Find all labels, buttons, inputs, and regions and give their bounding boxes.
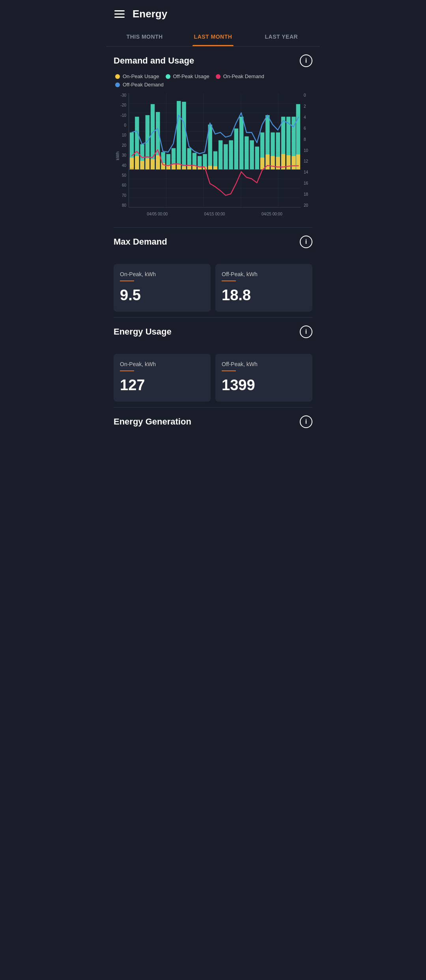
- legend-off-peak-demand: Off-Peak Demand: [115, 82, 164, 88]
- off-peak-usage-dot: [166, 74, 170, 79]
- svg-rect-26: [182, 102, 186, 169]
- energy-generation-header: Energy Generation i: [114, 415, 312, 428]
- energy-usage-on-peak-value: 127: [120, 377, 145, 394]
- svg-rect-36: [234, 129, 238, 170]
- legend-on-peak-usage: On-Peak Usage: [115, 73, 159, 79]
- chart-legend: On-Peak Usage Off-Peak Usage On-Peak Dem…: [114, 73, 312, 88]
- max-demand-title: Max Demand: [114, 237, 167, 247]
- tab-last-month[interactable]: LAST MONTH: [179, 26, 247, 46]
- max-demand-off-peak-card: Off-Peak, kWh 18.8: [215, 264, 312, 312]
- max-demand-off-peak-underline: [222, 281, 236, 281]
- page-title: Energy: [133, 8, 167, 20]
- max-demand-on-peak-card: On-Peak, kWh 9.5: [114, 264, 211, 312]
- svg-rect-39: [250, 140, 254, 170]
- svg-rect-53: [151, 159, 155, 169]
- y-axis-right: 20 18 16 14 12 10 8 6 4 2 0: [302, 93, 312, 208]
- svg-rect-59: [182, 166, 186, 169]
- svg-rect-37: [239, 117, 243, 170]
- svg-rect-49: [130, 157, 134, 169]
- max-demand-off-peak-label: Off-Peak, kWh: [222, 271, 258, 277]
- svg-rect-73: [296, 154, 300, 169]
- on-peak-demand-dot: [216, 74, 220, 79]
- tab-last-year[interactable]: LAST YEAR: [247, 26, 316, 46]
- energy-usage-off-peak-label: Off-Peak, kWh: [222, 361, 258, 367]
- menu-button[interactable]: [114, 10, 125, 18]
- chart-plot-area: [129, 93, 301, 208]
- legend-on-peak-demand: On-Peak Demand: [216, 73, 264, 79]
- energy-usage-section: Energy Usage i: [106, 318, 320, 348]
- svg-rect-64: [208, 166, 212, 169]
- max-demand-off-peak-value: 18.8: [222, 287, 251, 304]
- energy-usage-off-peak-underline: [222, 370, 236, 371]
- x-label-3: 04/25 00:00: [262, 212, 282, 216]
- svg-rect-33: [219, 140, 222, 170]
- on-peak-demand-label: On-Peak Demand: [223, 73, 264, 79]
- energy-usage-on-peak-card: On-Peak, kWh 127: [114, 354, 211, 402]
- x-label-2: 04/15 00:00: [204, 212, 225, 216]
- energy-usage-cards: On-Peak, kWh 127 Off-Peak, kWh 1399: [106, 348, 320, 407]
- energy-usage-title: Energy Usage: [114, 327, 172, 337]
- off-peak-usage-label: Off-Peak Usage: [173, 73, 209, 79]
- energy-generation-info-button[interactable]: i: [300, 415, 312, 428]
- svg-rect-25: [177, 101, 181, 169]
- max-demand-on-peak-underline: [120, 281, 134, 281]
- demand-usage-chart: kWh 80 70 60 50 40 30 20 10 0 -10 -20 -3…: [114, 93, 312, 219]
- max-demand-header: Max Demand i: [114, 236, 312, 248]
- y-axis-left: 80 70 60 50 40 30 20 10 0 -10 -20 -30: [114, 93, 128, 208]
- legend-off-peak-usage: Off-Peak Usage: [166, 73, 209, 79]
- max-demand-info-button[interactable]: i: [300, 236, 312, 248]
- svg-rect-40: [255, 147, 259, 170]
- x-label-1: 04/05 00:00: [147, 212, 168, 216]
- svg-rect-66: [260, 157, 264, 169]
- off-peak-demand-label: Off-Peak Demand: [123, 82, 164, 88]
- svg-rect-68: [271, 156, 275, 169]
- svg-rect-72: [291, 156, 295, 169]
- svg-rect-54: [156, 155, 160, 169]
- svg-rect-50: [135, 156, 139, 169]
- tab-bar: THIS MONTH LAST MONTH LAST YEAR: [106, 26, 320, 47]
- max-demand-on-peak-value: 9.5: [120, 287, 141, 304]
- energy-usage-header: Energy Usage i: [114, 325, 312, 338]
- max-demand-cards: On-Peak, kWh 9.5 Off-Peak, kWh 18.8: [106, 258, 320, 317]
- energy-usage-off-peak-card: Off-Peak, kWh 1399: [215, 354, 312, 402]
- chart-svg: [129, 93, 301, 207]
- svg-rect-60: [187, 166, 191, 169]
- demand-usage-info-button[interactable]: i: [300, 54, 312, 67]
- svg-rect-34: [224, 144, 228, 170]
- energy-usage-on-peak-label: On-Peak, kWh: [120, 361, 156, 367]
- demand-usage-title: Demand and Usage: [114, 56, 194, 66]
- on-peak-usage-label: On-Peak Usage: [123, 73, 159, 79]
- energy-usage-off-peak-value: 1399: [222, 377, 255, 394]
- svg-rect-71: [286, 155, 290, 169]
- tab-this-month[interactable]: THIS MONTH: [110, 26, 179, 46]
- demand-usage-section: Demand and Usage i On-Peak Usage Off-Pea…: [106, 47, 320, 227]
- demand-usage-header: Demand and Usage i: [114, 54, 312, 67]
- energy-generation-section: Energy Generation i: [106, 408, 320, 438]
- x-axis: 04/05 00:00 04/15 00:00 04/25 00:00: [129, 208, 301, 219]
- on-peak-usage-dot: [115, 74, 120, 79]
- energy-usage-on-peak-underline: [120, 370, 134, 371]
- energy-generation-title: Energy Generation: [114, 417, 191, 427]
- svg-rect-65: [213, 166, 217, 169]
- max-demand-section: Max Demand i: [106, 228, 320, 258]
- energy-usage-info-button[interactable]: i: [300, 325, 312, 338]
- app-header: Energy: [106, 0, 320, 26]
- off-peak-demand-dot: [115, 82, 120, 87]
- svg-rect-35: [229, 140, 233, 170]
- svg-rect-51: [140, 161, 144, 169]
- svg-rect-52: [146, 158, 149, 169]
- max-demand-on-peak-label: On-Peak, kWh: [120, 271, 156, 277]
- svg-rect-38: [245, 137, 248, 170]
